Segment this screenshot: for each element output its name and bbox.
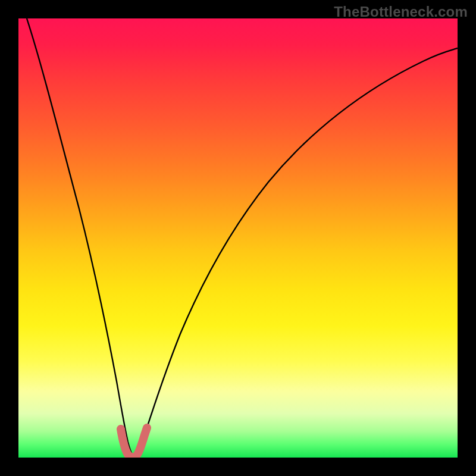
valley-highlight <box>121 428 147 457</box>
chart-frame: TheBottleneck.com <box>0 0 476 476</box>
plot-area <box>18 18 458 458</box>
bottleneck-curve <box>27 18 458 456</box>
curve-overlay <box>18 18 458 458</box>
watermark-text: TheBottleneck.com <box>334 4 468 20</box>
